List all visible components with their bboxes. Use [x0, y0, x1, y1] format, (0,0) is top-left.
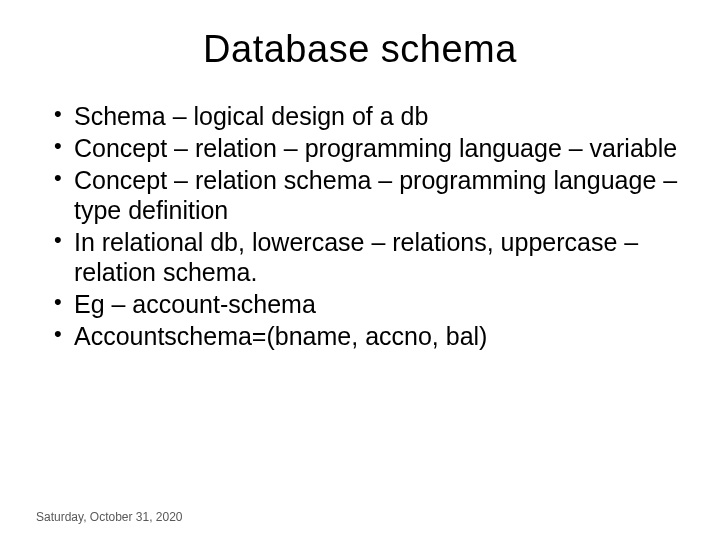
list-item: Accountschema=(bname, accno, bal) — [54, 321, 684, 351]
bullet-list: Schema – logical design of a db Concept … — [54, 101, 684, 351]
slide-title: Database schema — [36, 28, 684, 71]
list-item: Schema – logical design of a db — [54, 101, 684, 131]
slide-content: Schema – logical design of a db Concept … — [36, 101, 684, 351]
list-item: Concept – relation – programming languag… — [54, 133, 684, 163]
list-item: In relational db, lowercase – relations,… — [54, 227, 684, 287]
list-item: Concept – relation schema – programming … — [54, 165, 684, 225]
footer-date: Saturday, October 31, 2020 — [36, 510, 183, 524]
slide: Database schema Schema – logical design … — [0, 0, 720, 540]
list-item: Eg – account-schema — [54, 289, 684, 319]
